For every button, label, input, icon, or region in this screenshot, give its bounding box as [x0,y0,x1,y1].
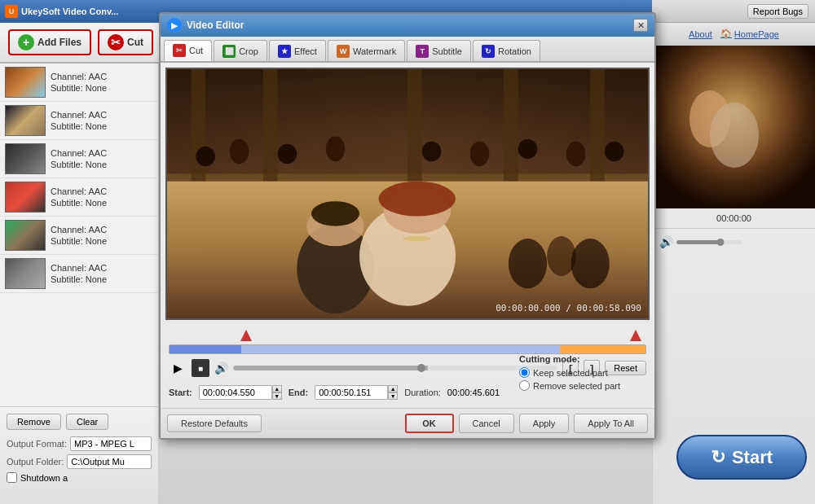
cutting-mode-panel: Cutting mode: Keep selected part Remove … [519,354,650,393]
tab-rotation[interactable]: ↻ Rotation [473,40,540,61]
svg-marker-31 [240,330,252,341]
start-button[interactable]: ↻ Start [676,435,807,480]
shutdown-checkbox[interactable] [7,472,17,483]
restore-defaults-button[interactable]: Restore Defaults [167,414,262,432]
apply-button[interactable]: Apply [519,414,570,433]
file-info: Channel: AAC Subtitle: None [51,148,107,169]
subtitle-label: Subtitle: None [51,83,107,93]
channel-label: Channel: AAC [51,263,107,273]
keep-selected-radio[interactable] [519,367,530,378]
dialog-content: 00:00:00.000 / 00:00:58.090 [161,63,654,408]
end-time-input[interactable] [315,385,388,400]
start-spin-up[interactable]: ▲ [272,385,282,392]
crop-tab-label: Crop [239,46,258,56]
list-item[interactable]: Channel: AAC Subtitle: None [0,102,158,140]
remove-selected-option[interactable]: Remove selected part [519,380,650,391]
svg-point-29 [547,236,575,276]
start-label: Start: [169,388,192,397]
svg-rect-10 [590,69,605,182]
channel-label: Channel: AAC [51,110,107,120]
bottom-controls: Remove Clear Output Format: MP3 - MPEG L… [0,406,159,504]
tab-watermark[interactable]: W Watermark [328,40,405,61]
ok-button[interactable]: OK [405,414,454,433]
remove-selected-radio[interactable] [519,380,530,391]
playback-thumb [417,364,425,372]
channel-label: Channel: AAC [51,186,107,196]
output-folder-value[interactable]: C:\Output Mu [67,454,152,469]
playback-slider[interactable] [233,366,557,370]
subtitle-tab-label: Subtitle [432,46,462,56]
tab-cut[interactable]: ✂ Cut [164,40,212,61]
duration-label: Duration: [404,388,441,397]
add-files-label: Add Files [37,37,82,48]
svg-point-26 [311,201,359,226]
svg-point-20 [605,142,624,161]
dialog-title-icon: ▶ [167,18,182,33]
file-thumbnail [5,220,46,251]
play-button[interactable]: ▶ [169,359,187,377]
rotation-tab-label: Rotation [498,46,531,56]
end-input-group: ▲ ▼ [315,385,398,400]
file-thumbnail [5,143,46,174]
video-scene [167,69,648,318]
video-time-value: 00:00:00.000 / 00:00:58.090 [496,303,641,313]
stop-button[interactable]: ■ [192,359,209,377]
apply-to-all-button[interactable]: Apply To All [574,414,648,433]
right-time-value: 00:00:00 [716,213,751,223]
svg-point-12 [196,147,215,166]
file-list[interactable]: Channel: AAC Subtitle: None Channel: AAC… [0,64,159,406]
timeline-row [165,320,650,354]
subtitle-label: Subtitle: None [51,160,107,169]
add-files-button[interactable]: + Add Files [8,29,91,55]
about-link[interactable]: About [689,29,712,39]
volume-slider[interactable] [676,240,742,244]
svg-point-13 [230,139,249,164]
output-format-value[interactable]: MP3 - MPEG L [70,436,152,451]
right-video-preview [653,46,815,208]
file-info: Channel: AAC Subtitle: None [51,186,107,208]
keep-selected-option[interactable]: Keep selected part [519,367,650,378]
svg-point-30 [571,239,610,288]
effect-tab-label: Effect [294,46,317,56]
tab-effect[interactable]: ★ Effect [269,40,326,61]
app-icon: U [5,5,18,18]
start-icon: ↻ [711,447,725,468]
list-item[interactable]: Channel: AAC Subtitle: None [0,64,158,102]
cancel-button[interactable]: Cancel [459,414,514,433]
cut-label: Cut [127,37,143,48]
clear-button[interactable]: Clear [66,414,108,430]
end-spin-down[interactable]: ▼ [388,392,398,400]
subtitle-tab-icon: T [416,45,429,58]
start-time-input[interactable] [199,385,272,400]
volume-icon: 🔊 [214,362,228,375]
homepage-link[interactable]: 🏠 HomePage [720,28,779,39]
list-item[interactable]: Channel: AAC Subtitle: None [0,140,158,178]
cut-button[interactable]: ✂ Cut [98,29,153,55]
file-thumbnail [5,182,46,213]
duration-value: 00:00:45.601 [447,388,500,397]
dialog-close-button[interactable]: ✕ [633,19,648,32]
video-frame: 00:00:00.000 / 00:00:58.090 [165,68,650,320]
svg-rect-7 [263,69,278,182]
start-spin-down[interactable]: ▼ [272,392,282,400]
list-item[interactable]: Channel: AAC Subtitle: None [0,255,158,293]
svg-point-15 [326,137,346,162]
svg-point-14 [278,144,297,164]
report-bugs-button[interactable]: Report Bugs [747,4,808,19]
timeline-track[interactable] [169,344,646,354]
dialog-footer: Restore Defaults OK Cancel Apply Apply T… [161,408,654,438]
list-item[interactable]: Channel: AAC Subtitle: None [0,178,158,217]
svg-point-16 [422,142,442,161]
tab-subtitle[interactable]: T Subtitle [407,40,471,61]
output-format-label: Output Format: [7,439,67,449]
remove-button[interactable]: Remove [7,414,61,430]
end-spin-up[interactable]: ▲ [388,385,398,392]
file-info: Channel: AAC Subtitle: None [51,263,107,284]
list-item[interactable]: Channel: AAC Subtitle: None [0,217,158,255]
tab-crop[interactable]: ⬜ Crop [214,40,267,61]
svg-point-18 [518,139,538,159]
right-controls: 🔊 [653,229,815,255]
channel-label: Channel: AAC [51,148,107,158]
svg-point-19 [566,142,586,167]
volume-thumb [717,239,725,246]
